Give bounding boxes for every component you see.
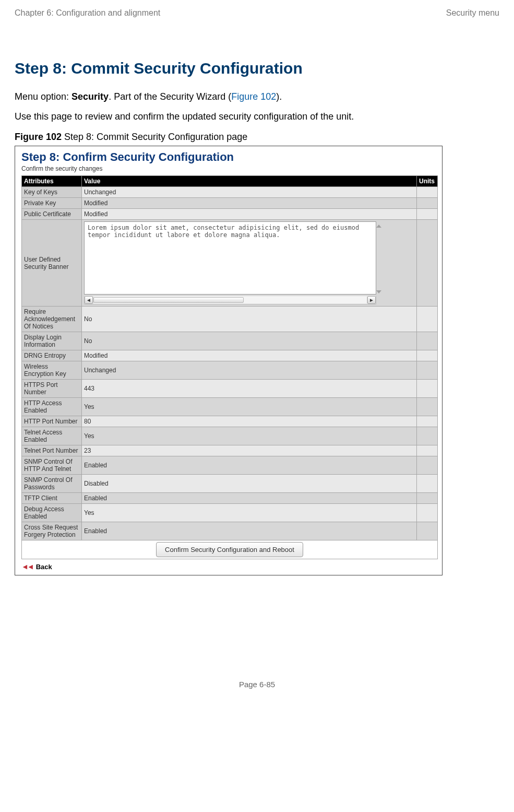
attr-cell: TFTP Client [22,493,82,504]
panel-subtitle: Confirm the security changes [21,165,438,172]
attr-cell: HTTPS Port Number [22,380,82,398]
figure-caption: Figure 102 Step 8: Commit Security Confi… [15,132,499,143]
table-row: Cross Site Request Forgery ProtectionEna… [22,522,438,540]
back-link[interactable]: ◄◄ Back [21,562,438,571]
units-cell [417,380,438,398]
value-cell: Enabled [82,522,417,540]
col-attributes: Attributes [22,176,82,187]
units-cell [417,350,438,361]
table-row: Telnet Port Number23 [22,445,438,456]
value-cell: Enabled [82,493,417,504]
units-cell [417,504,438,522]
attr-cell: Require Acknowledgement Of Notices [22,307,82,332]
section-label: Security menu [446,8,499,18]
scroll-thumb[interactable] [93,297,244,303]
attr-cell: Display Login Information [22,332,82,350]
security-banner-textarea[interactable]: Lorem ipsum dolor sit amet, consectetur … [84,221,376,295]
scroll-left-icon: ◄ [85,296,93,304]
page-title: Step 8: Commit Security Configuration [15,60,499,77]
scroll-right-icon: ► [367,296,376,304]
table-row: HTTP Port Number80 [22,416,438,427]
figure-link[interactable]: Figure 102 [231,91,276,102]
figure-caption-label: Figure 102 [15,132,62,142]
figure-frame: Step 8: Confirm Security Configuration C… [15,146,443,575]
value-cell: Unchanged [82,187,417,198]
attr-cell: DRNG Entropy [22,350,82,361]
menu-option-line: Menu option: Security. Part of the Secur… [15,90,499,103]
panel-title: Step 8: Confirm Security Configuration [21,150,438,164]
table-row: DRNG EntropyModified [22,350,438,361]
units-cell [417,332,438,350]
value-cell: No [82,307,417,332]
table-row: Display Login InformationNo [22,332,438,350]
units-cell [417,361,438,380]
value-cell: Modified [82,198,417,209]
table-row: HTTP Access EnabledYes [22,398,438,416]
horizontal-scrollbar[interactable]: ◄► [84,296,376,304]
menu-mid: . Part of the Security Wizard ( [109,91,231,102]
attr-cell: Key of Keys [22,187,82,198]
value-cell: 443 [82,380,417,398]
attr-cell: Wireless Encryption Key [22,361,82,380]
units-cell [417,398,438,416]
value-cell: Yes [82,398,417,416]
value-cell: Yes [82,504,417,522]
scroll-down-icon [376,290,381,293]
value-cell: Lorem ipsum dolor sit amet, consectetur … [82,220,417,307]
table-row: Debug Access EnabledYes [22,504,438,522]
confirm-reboot-button[interactable]: Confirm Security Configuration and Reboo… [156,542,303,557]
units-cell [417,187,438,198]
chapter-label: Chapter 6: Configuration and alignment [15,8,160,18]
units-cell [417,307,438,332]
menu-prefix: Menu option: [15,91,71,102]
table-row: User Defined Security BannerLorem ipsum … [22,220,438,307]
attributes-table: Attributes Value Units Key of KeysUnchan… [21,175,438,559]
value-cell: Enabled [82,456,417,475]
table-row: Telnet Access EnabledYes [22,427,438,445]
value-cell: Modified [82,350,417,361]
attr-cell: SNMP Control Of Passwords [22,475,82,493]
units-cell [417,209,438,220]
vertical-scrollbar[interactable] [375,222,383,296]
menu-suffix: ). [276,91,282,102]
value-cell: 23 [82,445,417,456]
use-line: Use this page to review and confirm the … [15,110,499,123]
back-arrows-icon: ◄◄ [21,562,33,571]
units-cell [417,522,438,540]
value-cell: Unchanged [82,361,417,380]
scroll-track[interactable] [93,297,367,303]
attr-cell: Private Key [22,198,82,209]
attr-cell: Cross Site Request Forgery Protection [22,522,82,540]
value-cell: Disabled [82,475,417,493]
table-row: Wireless Encryption KeyUnchanged [22,361,438,380]
table-row: SNMP Control Of HTTP And TelnetEnabled [22,456,438,475]
table-row: HTTPS Port Number443 [22,380,438,398]
scroll-up-icon [376,225,381,228]
col-value: Value [82,176,417,187]
back-label: Back [36,563,52,571]
units-cell [417,456,438,475]
table-row: Public CertificateModified [22,209,438,220]
attr-cell: Debug Access Enabled [22,504,82,522]
units-cell [417,445,438,456]
attr-cell: Public Certificate [22,209,82,220]
table-row: TFTP ClientEnabled [22,493,438,504]
value-cell: 80 [82,416,417,427]
page-footer: Page 6-85 [15,680,499,689]
attr-cell: HTTP Access Enabled [22,398,82,416]
table-row: Private KeyModified [22,198,438,209]
value-cell: No [82,332,417,350]
units-cell [417,493,438,504]
table-row: SNMP Control Of PasswordsDisabled [22,475,438,493]
units-cell [417,220,438,307]
attr-cell: Telnet Port Number [22,445,82,456]
value-cell: Yes [82,427,417,445]
units-cell [417,427,438,445]
attr-cell: SNMP Control Of HTTP And Telnet [22,456,82,475]
attr-cell: HTTP Port Number [22,416,82,427]
attr-cell: Telnet Access Enabled [22,427,82,445]
page-prefix: Page [239,680,259,689]
page-number: 6-85 [259,680,275,689]
figure-caption-text: Step 8: Commit Security Configuration pa… [62,132,247,142]
value-cell: Modified [82,209,417,220]
